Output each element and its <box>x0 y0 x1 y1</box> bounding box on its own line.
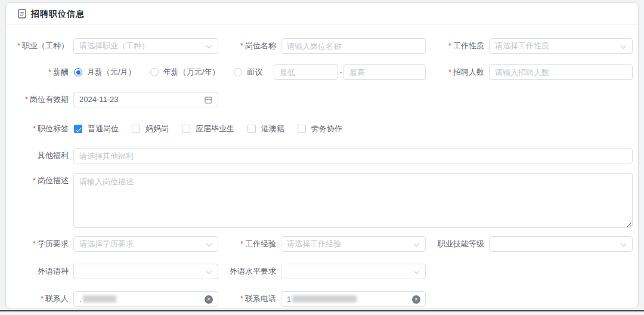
tag-checkbox-normal[interactable]: 普通岗位 <box>74 123 119 134</box>
checkbox-label: 普通岗位 <box>88 123 119 134</box>
checkbox-label: 妈妈岗 <box>145 123 169 134</box>
section-header: 招聘职位信息 <box>6 3 638 25</box>
window-bottom-edge <box>0 310 644 311</box>
education-placeholder: 请选择学历要求 <box>79 239 134 248</box>
chevron-down-icon <box>206 268 212 274</box>
chevron-down-icon <box>206 241 212 247</box>
description-textarea[interactable] <box>73 173 633 228</box>
checkbox-label: 劳务协作 <box>311 123 342 134</box>
skill-level-select[interactable] <box>489 236 633 252</box>
checkbox-label: 应届毕业生 <box>196 123 234 134</box>
tag-checkbox-mama[interactable]: 妈妈岗 <box>132 123 169 134</box>
radio-label: 年薪（万元/年） <box>163 67 220 78</box>
experience-select[interactable]: 请选择工作经验 <box>281 236 426 252</box>
tag-checkbox-graduate[interactable]: 应届毕业生 <box>182 123 234 134</box>
tag-checkbox-labor[interactable]: 劳务协作 <box>298 123 342 134</box>
radio-icon <box>74 68 82 76</box>
phone-visible-prefix: 1 <box>287 295 291 304</box>
chevron-down-icon <box>414 268 420 274</box>
occupation-label: 职业（工种） <box>6 38 69 54</box>
experience-label: 工作经验 <box>212 236 276 252</box>
radio-label: 月薪（元/月） <box>87 67 136 78</box>
skill-level-label: 职业技能等级 <box>420 236 484 252</box>
contact-phone-input[interactable]: 1 × <box>281 291 426 307</box>
tags-checkbox-group: 普通岗位 妈妈岗 应届毕业生 港澳籍 劳务协作 <box>74 123 355 135</box>
checkbox-icon <box>182 125 190 133</box>
chevron-down-icon <box>414 241 420 247</box>
education-label: 学历要求 <box>6 236 69 252</box>
calendar-icon <box>205 96 212 104</box>
chevron-down-icon <box>621 241 627 247</box>
redacted-value <box>292 295 357 302</box>
occupation-placeholder: 请选择职业（工种） <box>79 41 149 50</box>
contact-visible-prefix: . <box>79 295 82 304</box>
description-label: 岗位描述 <box>6 173 69 189</box>
salary-radio-yearly[interactable]: 年薪（万元/年） <box>150 67 220 78</box>
salary-label: 薪酬 <box>6 64 69 80</box>
chevron-down-icon <box>206 43 212 49</box>
valid-date-value: 2024-11-23 <box>74 92 218 107</box>
tags-label: 职位标签 <box>6 123 69 135</box>
section-title: 招聘职位信息 <box>31 3 85 25</box>
salary-max-input[interactable] <box>343 64 426 80</box>
recruit-position-form-card: 招聘职位信息 职业（工种） 请选择职业（工种） 岗位名称 工作性质 请选择工作性… <box>5 2 639 308</box>
checkbox-icon <box>74 125 82 133</box>
clear-icon[interactable]: × <box>412 295 420 304</box>
tag-checkbox-hkmo[interactable]: 港澳籍 <box>247 123 284 134</box>
redacted-value <box>83 295 116 302</box>
occupation-select[interactable]: 请选择职业（工种） <box>73 38 218 54</box>
clear-icon[interactable]: × <box>205 295 213 304</box>
job-name-label: 岗位名称 <box>212 38 276 54</box>
foreign-lang-select[interactable] <box>73 264 218 279</box>
salary-radio-negotiable[interactable]: 面议 <box>234 67 262 78</box>
salary-range-separator: - <box>338 64 343 80</box>
education-select[interactable]: 请选择学历要求 <box>73 236 218 252</box>
radio-label: 面议 <box>247 67 262 78</box>
work-nature-label: 工作性质 <box>420 38 484 54</box>
benefits-label: 其他福利 <box>6 148 69 163</box>
contact-label: 联系人 <box>6 291 69 307</box>
salary-min-input[interactable] <box>274 64 338 80</box>
headcount-input[interactable] <box>489 64 633 80</box>
radio-icon <box>150 68 159 76</box>
headcount-label: 招聘人数 <box>420 64 484 80</box>
lang-level-select[interactable] <box>281 264 426 279</box>
work-nature-select[interactable]: 请选择工作性质 <box>489 38 633 54</box>
contact-input[interactable]: . × <box>73 291 218 307</box>
salary-radio-monthly[interactable]: 月薪（元/月） <box>74 67 136 78</box>
checkbox-icon <box>298 125 306 133</box>
lang-level-label: 外语水平要求 <box>212 264 276 279</box>
salary-radio-group: 月薪（元/月） 年薪（万元/年） 面议 <box>74 64 277 80</box>
chevron-down-icon <box>621 43 627 49</box>
foreign-lang-label: 外语语种 <box>6 264 69 279</box>
valid-date-label: 岗位有效期 <box>6 92 69 107</box>
experience-placeholder: 请选择工作经验 <box>287 239 341 248</box>
valid-date-picker[interactable]: 2024-11-23 <box>73 92 218 107</box>
benefits-input[interactable] <box>73 148 633 163</box>
form-doc-icon <box>18 9 26 18</box>
work-nature-placeholder: 请选择工作性质 <box>495 41 549 50</box>
checkbox-label: 港澳籍 <box>261 123 284 134</box>
radio-icon <box>234 68 242 76</box>
contact-phone-label: 联系电话 <box>212 291 276 307</box>
job-name-input[interactable] <box>281 38 426 54</box>
checkbox-icon <box>132 125 140 133</box>
checkbox-icon <box>247 125 256 133</box>
